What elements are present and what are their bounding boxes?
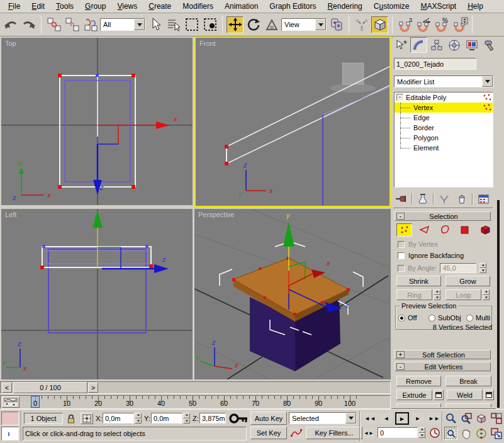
- border-mode-button[interactable]: [437, 223, 452, 237]
- window-crossing-button[interactable]: [201, 16, 218, 33]
- collapse-icon[interactable]: -: [396, 363, 405, 370]
- menu-animation[interactable]: Animation: [219, 1, 264, 12]
- previous-frame-button[interactable]: ◄: [380, 413, 393, 424]
- angle-snap-button[interactable]: [415, 16, 432, 33]
- by-angle-field[interactable]: 45,0: [440, 263, 476, 273]
- x-coordinate-field[interactable]: 0,0m: [103, 413, 134, 423]
- pan-button[interactable]: [459, 427, 473, 440]
- stack-item-edge[interactable]: Edge: [395, 113, 493, 123]
- expand-icon[interactable]: +: [396, 351, 405, 358]
- object-color-swatch[interactable]: [391, 36, 393, 38]
- select-and-manipulate-button[interactable]: [353, 16, 370, 33]
- zoom-all-button[interactable]: [459, 412, 473, 425]
- menu-tools[interactable]: Tools: [50, 1, 79, 12]
- min-max-toggle-button[interactable]: [490, 427, 503, 440]
- current-frame-field[interactable]: 0: [378, 427, 418, 438]
- off-radio[interactable]: [398, 315, 405, 322]
- weld-button[interactable]: Weld: [447, 390, 483, 400]
- track-bar-ruler[interactable]: 0 10 20 30 40 50 60 70 80 90 100: [22, 396, 362, 408]
- previous-frame-arrow[interactable]: <: [2, 383, 12, 393]
- tab-hierarchy[interactable]: [428, 37, 445, 53]
- key-filter-dropdown[interactable]: Selected: [289, 412, 357, 424]
- y-spinner[interactable]: [183, 413, 190, 423]
- shrink-button[interactable]: Shrink: [396, 276, 441, 286]
- by-vertex-checkbox[interactable]: [398, 241, 405, 248]
- by-vertex-row[interactable]: By Vertex: [398, 240, 438, 248]
- time-configuration-button[interactable]: [429, 427, 440, 439]
- tab-utilities[interactable]: [481, 37, 498, 53]
- pin-stack-button[interactable]: [394, 193, 409, 205]
- dropdown-arrow-icon[interactable]: [482, 76, 493, 87]
- viewport-left[interactable]: Left z z y x: [1, 209, 193, 379]
- select-and-scale-button[interactable]: [263, 16, 280, 33]
- menu-help[interactable]: Help: [462, 1, 489, 12]
- set-key-button[interactable]: Set Key: [250, 427, 287, 439]
- z-coordinate-field[interactable]: 3,875m: [199, 413, 226, 423]
- keyboard-override-toggle[interactable]: [229, 412, 248, 425]
- default-tangents-button[interactable]: [289, 427, 304, 439]
- menu-views[interactable]: Views: [111, 1, 143, 12]
- next-frame-button[interactable]: ►: [412, 413, 424, 424]
- configure-modifier-sets-button[interactable]: [476, 193, 491, 205]
- menu-modifiers[interactable]: Modifiers: [177, 1, 219, 12]
- key-mode-toggle[interactable]: ◄►: [363, 428, 374, 439]
- weld-settings-button[interactable]: [484, 390, 494, 400]
- arc-rotate-button[interactable]: [474, 427, 488, 440]
- collapse-icon[interactable]: -: [396, 213, 405, 220]
- subobj-radio[interactable]: [428, 315, 435, 322]
- preview-off-option[interactable]: Off: [398, 314, 417, 322]
- track-bar[interactable]: 0 10 20 30 40 50 60 70 80 90 100: [0, 395, 391, 409]
- tab-create[interactable]: [393, 37, 410, 53]
- object-name-field[interactable]: 1_0200_Tejado: [394, 58, 476, 70]
- redo-button[interactable]: [20, 16, 37, 33]
- element-mode-button[interactable]: [477, 223, 493, 237]
- menu-file[interactable]: File: [3, 1, 26, 12]
- go-to-end-button[interactable]: ►►: [427, 413, 442, 424]
- selection-rollout-header[interactable]: - Selection: [395, 211, 491, 221]
- extrude-button[interactable]: Extrude: [396, 390, 432, 400]
- preview-multi-option[interactable]: Multi: [466, 314, 490, 322]
- loop-button[interactable]: Loop: [445, 289, 481, 300]
- select-by-name-button[interactable]: [165, 16, 182, 33]
- dropdown-arrow-icon[interactable]: [134, 19, 145, 30]
- by-angle-row[interactable]: By Angle: 45,0: [398, 263, 486, 273]
- stack-item-element[interactable]: Element: [395, 143, 493, 153]
- time-slider-handle[interactable]: 0 / 100: [13, 382, 87, 393]
- modifier-list-dropdown[interactable]: Modifier List: [394, 76, 493, 87]
- select-object-button[interactable]: [147, 16, 164, 33]
- select-and-link-button[interactable]: [45, 16, 62, 33]
- key-filters-button[interactable]: Key Filters...: [306, 427, 362, 439]
- tab-display[interactable]: [463, 37, 480, 53]
- menu-graph-editors[interactable]: Graph Editors: [264, 1, 322, 12]
- select-and-move-button[interactable]: [227, 16, 244, 33]
- remove-button[interactable]: Remove: [396, 376, 441, 386]
- menu-group[interactable]: Group: [79, 1, 111, 12]
- snaps-toggle-button[interactable]: [371, 16, 388, 33]
- maxscript-listener-white[interactable]: [1, 427, 19, 440]
- loop-spinner[interactable]: [483, 289, 490, 300]
- by-angle-spinner[interactable]: [479, 263, 486, 273]
- time-slider[interactable]: < 0 / 100 >: [0, 381, 391, 394]
- viewport-top[interactable]: Top x z y x z: [1, 38, 193, 205]
- break-button[interactable]: Break: [445, 376, 491, 386]
- tab-modify[interactable]: [410, 37, 427, 53]
- selection-lock-toggle[interactable]: [67, 413, 76, 424]
- extrude-settings-button[interactable]: [434, 390, 444, 400]
- grow-button[interactable]: Grow: [445, 276, 490, 286]
- stack-root-row[interactable]: -Editable Poly: [395, 93, 493, 103]
- collapse-box[interactable]: -: [396, 94, 403, 101]
- next-frame-arrow[interactable]: >: [88, 383, 98, 393]
- reference-coordinate-system-dropdown[interactable]: View: [281, 18, 327, 31]
- snaps-3d-button[interactable]: 3: [396, 16, 413, 33]
- play-button[interactable]: ►: [395, 412, 409, 425]
- region-zoom-button[interactable]: [444, 427, 457, 440]
- x-spinner[interactable]: [135, 413, 142, 423]
- use-pivot-point-center-button[interactable]: [328, 16, 345, 33]
- panel-scrollbar[interactable]: [497, 200, 500, 408]
- show-end-result-button[interactable]: [415, 193, 430, 205]
- remove-modifier-button[interactable]: [454, 193, 469, 205]
- dropdown-arrow-icon[interactable]: [315, 19, 326, 30]
- multi-radio[interactable]: [466, 315, 473, 322]
- undo-button[interactable]: [2, 16, 19, 33]
- tab-motion[interactable]: [445, 37, 462, 53]
